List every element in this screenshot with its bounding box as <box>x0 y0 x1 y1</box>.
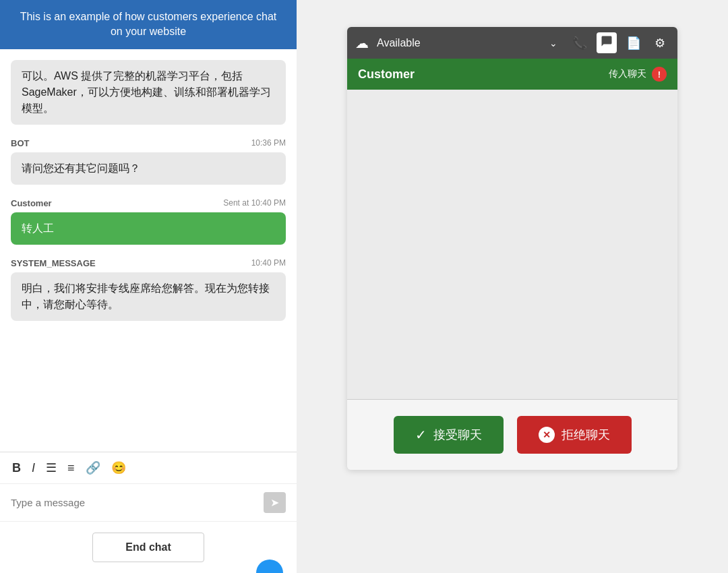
left-chat-panel: This is an example of how customers expe… <box>0 0 297 573</box>
sender-bot: BOT <box>11 138 29 148</box>
incoming-badge-text: 传入聊天 <box>609 68 646 80</box>
end-chat-button[interactable]: End chat <box>92 533 204 562</box>
accept-label: 接受聊天 <box>433 427 482 443</box>
banner-text: This is an example of how customers expe… <box>20 11 277 37</box>
sender-system: SYSTEM_MESSAGE <box>11 258 96 268</box>
alert-icon: ! <box>652 67 667 82</box>
message-block-customer: Customer Sent at 10:40 PM 转人工 <box>11 198 286 245</box>
reject-label: 拒绝聊天 <box>562 427 610 443</box>
customer-header: Customer 传入聊天 ! <box>347 59 677 90</box>
partial-message: 可以。AWS 提供了完整的机器学习平台，包括 SageMaker，可以方便地构建… <box>11 60 286 125</box>
ordered-list-button[interactable]: ☰ <box>44 459 58 477</box>
bubble-system: 明白，我们将安排专线座席给您解答。现在为您转接中，请您耐心等待。 <box>11 272 286 321</box>
time-bot: 10:36 PM <box>251 138 286 148</box>
chat-svg-icon <box>601 35 613 47</box>
x-circle-icon: ✕ <box>539 427 555 443</box>
send-button[interactable]: ➤ <box>264 492 286 513</box>
message-input[interactable] <box>11 497 258 508</box>
italic-button[interactable]: I <box>30 460 36 477</box>
cloud-icon: ☁ <box>355 35 369 51</box>
check-icon: ✓ <box>415 427 427 443</box>
time-customer: Sent at 10:40 PM <box>223 198 286 208</box>
link-button[interactable]: 🔗 <box>84 459 102 477</box>
agent-chat-area <box>347 90 677 400</box>
end-chat-container: End chat <box>0 521 297 573</box>
demo-banner: This is an example of how customers expe… <box>0 0 297 49</box>
bold-button[interactable]: B <box>11 460 22 477</box>
text-toolbar: B I ☰ ≡ 🔗 😊 <box>0 452 297 483</box>
action-buttons-container: ✓ 接受聊天 ✕ 拒绝聊天 <box>347 400 677 470</box>
incoming-badge: 传入聊天 ! <box>609 67 667 82</box>
message-meta-customer: Customer Sent at 10:40 PM <box>11 198 286 208</box>
message-block-bot: BOT 10:36 PM 请问您还有其它问题吗？ <box>11 138 286 185</box>
time-system: 10:40 PM <box>251 258 286 268</box>
chat-icon-button[interactable] <box>597 32 617 53</box>
settings-icon-button[interactable]: ⚙ <box>650 33 669 53</box>
document-icon-button[interactable]: 📄 <box>622 33 645 53</box>
emoji-button[interactable]: 😊 <box>110 459 127 477</box>
sender-customer: Customer <box>11 198 52 208</box>
unordered-list-button[interactable]: ≡ <box>66 460 76 477</box>
message-input-area: ➤ <box>0 483 297 521</box>
message-meta-bot: BOT 10:36 PM <box>11 138 286 148</box>
status-text: Available <box>377 37 544 49</box>
chat-messages-container: 可以。AWS 提供了完整的机器学习平台，包括 SageMaker，可以方便地构建… <box>0 49 297 452</box>
agent-widget: ☁ Available ⌄ 📞 📄 ⚙ Customer 传入聊天 ! <box>347 27 677 470</box>
message-block-system: SYSTEM_MESSAGE 10:40 PM 明白，我们将安排专线座席给您解答… <box>11 258 286 321</box>
accept-chat-button[interactable]: ✓ 接受聊天 <box>394 416 504 454</box>
customer-name: Customer <box>358 67 415 82</box>
bubble-customer: 转人工 <box>11 212 286 245</box>
bubble-bot: 请问您还有其它问题吗？ <box>11 152 286 185</box>
partial-message-text: 可以。AWS 提供了完整的机器学习平台，包括 SageMaker，可以方便地构建… <box>22 70 271 114</box>
reject-chat-button[interactable]: ✕ 拒绝聊天 <box>517 416 632 454</box>
message-meta-system: SYSTEM_MESSAGE 10:40 PM <box>11 258 286 268</box>
right-agent-panel: ☁ Available ⌄ 📞 📄 ⚙ Customer 传入聊天 ! <box>297 0 728 573</box>
chevron-down-icon[interactable]: ⌄ <box>549 38 557 49</box>
phone-icon-button[interactable]: 📞 <box>568 33 591 53</box>
agent-topbar: ☁ Available ⌄ 📞 📄 ⚙ <box>347 27 677 59</box>
